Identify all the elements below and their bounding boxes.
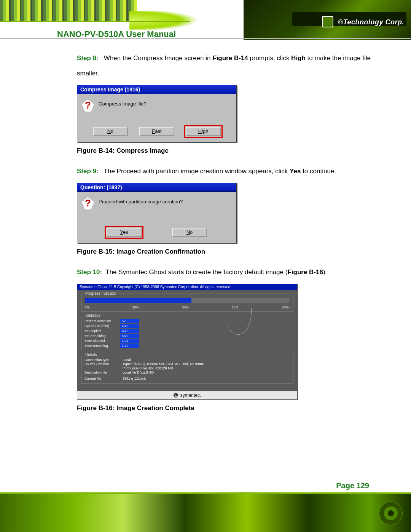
step-8-block: Step 8: When the Compress Image screen i… — [77, 51, 388, 81]
btn-fast-rest: ast — [155, 128, 161, 134]
ghost-window: Symantec Ghost 11.5 Copyright (C) 1998-2… — [77, 284, 298, 400]
det-val-3: Local file D:\os.GHO — [123, 371, 154, 374]
compress-image-dialog: Compress Image (1916) Compress image fil… — [77, 85, 237, 142]
fast-button[interactable]: Fast — [139, 127, 174, 136]
header-green-bar — [0, 21, 190, 22]
header-decoration-left — [0, 0, 137, 21]
step-8-text-b: prompts, click — [248, 54, 291, 62]
statistics-box: Statistics Percent complete52 Speed (MB/… — [81, 316, 157, 351]
symantec-brand-row: symantec. — [77, 391, 297, 399]
step-9-text-a: The Proceed with partition image creatio… — [104, 168, 290, 175]
figure-b15-caption: Figure B-15: Image Creation Confirmation — [77, 248, 388, 256]
btn-no-rest2: o — [190, 229, 193, 235]
tick-50: 50% — [182, 305, 189, 309]
det-lbl-0: Connection type — [84, 358, 119, 362]
step-9-bold: Yes — [290, 168, 301, 175]
progress-ticks: 0% 25% 50% 75% 100% — [84, 305, 290, 309]
symantec-text: symantec. — [180, 393, 201, 398]
progress-bar — [84, 298, 290, 303]
step-10-text-b: ). — [323, 268, 327, 276]
stat-lbl-0: Percent complete — [84, 319, 119, 323]
stat-lbl-4: Time elapsed — [84, 339, 119, 343]
details-box: Details Connection typeLocal Source Part… — [81, 355, 293, 383]
figure-b14-caption: Figure B-14: Compress Image — [77, 147, 388, 155]
footer-decoration — [0, 494, 411, 532]
btn-no-rest: o — [111, 128, 113, 134]
progress-fill — [85, 298, 191, 303]
tick-0: 0% — [84, 305, 89, 309]
dialog1-question: Compress image file? — [99, 101, 147, 107]
step-8-figref: Figure B-14 — [212, 54, 248, 62]
det-lbl-3: Destination file — [84, 371, 119, 374]
ghost-face-icon — [225, 308, 252, 335]
btn-yes-rest: es — [123, 229, 128, 235]
btn-high-rest: igh — [202, 128, 208, 134]
det-val-2: from Local drive [80], 130129 MB — [123, 366, 173, 370]
step-8-bold: High — [291, 54, 306, 62]
det-lbl-2 — [84, 366, 119, 370]
step-10-text-a: The Symantec Ghost starts to create the … — [105, 268, 287, 276]
ghost-titlebar: Symantec Ghost 11.5 Copyright (C) 1998-2… — [77, 284, 297, 290]
stat-lbl-1: Speed (MB/min) — [84, 324, 119, 328]
statistics-label: Statistics — [84, 313, 102, 318]
brand-logo-icon — [322, 16, 333, 27]
step-8-text-a: When the Compress Image screen in — [104, 54, 212, 62]
progress-box-label: Progress Indicator — [84, 291, 118, 296]
step-9-label: Step 9: — [77, 168, 99, 175]
stat-lbl-2: MB copied — [84, 329, 119, 333]
details-label: Details — [84, 353, 99, 357]
stat-val-3: 563 — [120, 334, 139, 338]
stat-val-0: 52 — [120, 319, 139, 323]
high-button[interactable]: High — [186, 127, 221, 136]
step-10-figref: Figure B-16 — [287, 268, 323, 276]
stat-lbl-3: MB remaining — [84, 334, 119, 338]
det-lbl-4: Current file — [84, 377, 119, 380]
det-val-1: Type:7 [NTFS], 100006 MB, 1951 MB used, … — [123, 362, 204, 366]
question-icon — [82, 99, 94, 112]
tick-100: 100% — [281, 305, 290, 309]
symantec-logo-icon — [174, 393, 178, 398]
det-val-0: Local — [123, 358, 131, 362]
question-icon — [82, 197, 94, 209]
step-9-text-b: to continue. — [301, 168, 336, 175]
brand-text: ®Technology Corp. — [322, 17, 404, 28]
det-lbl-1: Source Partition — [84, 362, 119, 366]
footer: Page 129 — [0, 479, 411, 532]
figure-b16-caption: Figure B-16: Image Creation Complete — [77, 404, 388, 412]
dialog2-question: Proceed with partition image creation? — [99, 199, 183, 204]
det-val-4: 3891 o_10think — [123, 377, 146, 380]
stat-val-2: 632 — [120, 329, 139, 333]
dialog2-titlebar: Question: (1837) — [77, 183, 236, 192]
proceed-dialog: Question: (1837) Proceed with partition … — [77, 183, 237, 243]
header-swoosh — [129, 11, 251, 30]
step-10-label: Step 10: — [77, 268, 102, 276]
page-number: Page 129 — [336, 481, 369, 490]
stat-val-5: 1:12 — [120, 343, 139, 348]
no-button[interactable]: No — [93, 127, 128, 136]
step-8-label: Step 8: — [77, 54, 99, 62]
no-button[interactable]: No — [172, 228, 207, 237]
tick-25: 25% — [132, 305, 139, 309]
yes-button[interactable]: Yes — [107, 228, 142, 237]
step-10-block: Step 10: The Symantec Ghost starts to cr… — [77, 265, 388, 280]
stat-lbl-5: Time remaining — [84, 344, 119, 348]
step-9-block: Step 9: The Proceed with partition image… — [77, 164, 388, 179]
dialog1-titlebar: Compress Image (1916) — [77, 85, 236, 94]
stat-val-1: 468 — [120, 324, 139, 328]
brand-label: ®Technology Corp. — [338, 18, 404, 26]
page-title: NANO-PV-D510A User Manual — [57, 29, 388, 39]
progress-box: Progress Indicator 0% 25% 50% 75% 100% — [81, 294, 293, 312]
stat-val-4: 1:21 — [120, 339, 139, 343]
